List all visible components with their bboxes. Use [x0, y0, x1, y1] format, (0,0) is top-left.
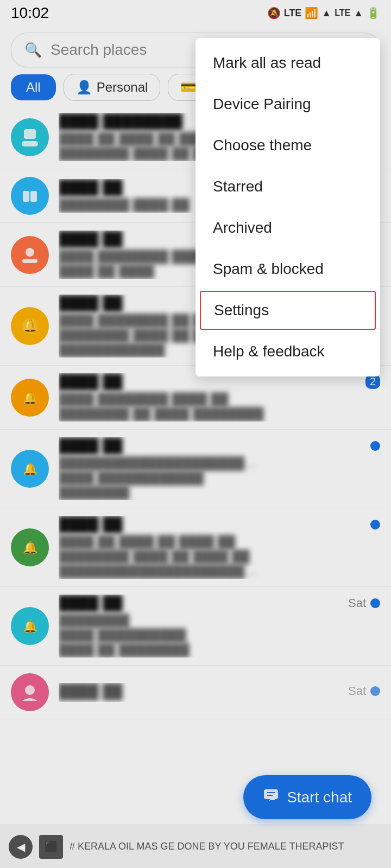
menu-item-spam-blocked[interactable]: Spam & blocked: [195, 248, 380, 290]
menu-item-device-pairing[interactable]: Device Pairing: [195, 84, 380, 125]
dropdown-menu: Mark all as read Device Pairing Choose t…: [195, 38, 380, 376]
menu-item-starred[interactable]: Starred: [195, 166, 380, 207]
menu-item-choose-theme[interactable]: Choose theme: [195, 125, 380, 166]
menu-item-help-feedback[interactable]: Help & feedback: [195, 331, 380, 372]
menu-item-mark-read[interactable]: Mark all as read: [195, 42, 380, 84]
menu-item-archived[interactable]: Archived: [195, 207, 380, 248]
menu-item-settings[interactable]: Settings: [200, 291, 376, 330]
